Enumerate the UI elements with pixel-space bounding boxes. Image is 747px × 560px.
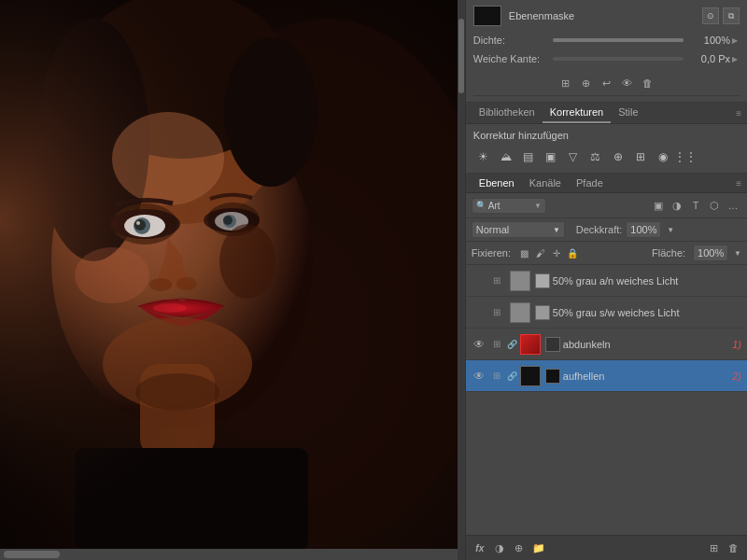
- tab-bibliotheken[interactable]: Bibliotheken: [472, 103, 543, 123]
- delete-layer-button[interactable]: 🗑: [725, 539, 741, 556]
- corr-icon-levels[interactable]: ▤: [518, 147, 539, 167]
- corr-icon-curves[interactable]: ⛰: [496, 147, 516, 167]
- corr-icon-triangle[interactable]: ▽: [563, 147, 584, 167]
- density-arrow[interactable]: ▶: [730, 35, 740, 45]
- layer-item-0[interactable]: ⊞50% grau a/n weiches Licht: [466, 265, 747, 297]
- search-type[interactable]: Art: [488, 201, 534, 211]
- corr-icon-brightness[interactable]: ☀: [473, 147, 494, 167]
- blend-row: Normal ▼ Deckkraft: 100% ▼: [466, 218, 747, 242]
- scroll-thumb[interactable]: [4, 551, 60, 558]
- mask-thumbnail: [473, 6, 501, 26]
- layer-badge-3: 2): [732, 371, 741, 382]
- mask-icons: ⊙ ⧉: [702, 7, 740, 24]
- corr-icon-colorbal[interactable]: ⊕: [608, 147, 628, 167]
- soft-edge-row: Weiche Kante: 0,0 Px ▶: [473, 52, 740, 65]
- vertical-scrollbar[interactable]: [458, 0, 465, 560]
- new-group-button[interactable]: 📁: [530, 539, 547, 556]
- fx-button[interactable]: fx: [472, 539, 488, 556]
- layer-tools: ▣ ◑ T ⬡ …: [650, 197, 741, 214]
- fix-icon-brush[interactable]: 🖌: [534, 246, 547, 259]
- mask-section: Ebenenmaske ⊙ ⧉ Dichte: 100% ▶ Weiche Ka…: [466, 0, 747, 103]
- layer-adj-icon-0: ⊞: [489, 273, 504, 288]
- mask-title: Ebenenmaske: [509, 10, 702, 21]
- mask-tool-2[interactable]: ⊕: [577, 75, 594, 91]
- corr-icon-gradient[interactable]: ⋮⋮: [675, 147, 696, 167]
- mask-tool-5[interactable]: 🗑: [639, 75, 655, 91]
- density-row: Dichte: 100% ▶: [473, 34, 740, 47]
- tab-ebenen[interactable]: Ebenen: [472, 174, 522, 192]
- layer-vis-1[interactable]: [472, 305, 486, 320]
- corr-icon-bw[interactable]: ⊞: [630, 147, 651, 167]
- layer-tool-adjust[interactable]: ◑: [669, 197, 685, 214]
- corrections-icons-row1: ☀ ⛰ ▤ ▣ ▽ ⚖ ⊕ ⊞ ◉ ⋮⋮: [473, 147, 740, 167]
- adjustment-button[interactable]: ⊕: [511, 539, 528, 556]
- layer-vis-3[interactable]: 👁: [472, 369, 486, 384]
- fix-icon-move[interactable]: ✛: [550, 246, 563, 259]
- layer-search-box[interactable]: 🔍 Art ▼: [472, 198, 546, 214]
- blend-mode-arrow: ▼: [553, 226, 560, 234]
- fix-row: Fixieren: ▩ 🖌 ✛ 🔒 Fläche: 100% ▼: [466, 242, 747, 265]
- layer-adj-icon-3: ⊞: [489, 369, 504, 384]
- search-icon: 🔍: [476, 201, 486, 210]
- layer-tool-shape[interactable]: ⬡: [706, 197, 723, 214]
- layer-mask-thumb-3: [545, 369, 560, 384]
- layer-mask-thumb-2: [545, 337, 560, 352]
- layer-item-2[interactable]: 👁⊞🔗abdunkeln1): [466, 329, 747, 360]
- layer-thumb-1: [510, 302, 530, 323]
- layers-tab-menu[interactable]: ≡: [736, 178, 741, 189]
- fix-label: Fixieren:: [472, 247, 511, 259]
- photo-area: [0, 0, 458, 560]
- opacity-value[interactable]: 100%: [626, 221, 661, 238]
- search-dropdown-arrow[interactable]: ▼: [534, 202, 542, 210]
- layer-chain-2: 🔗: [507, 340, 517, 349]
- layer-vis-2[interactable]: 👁: [472, 337, 486, 352]
- layer-name-2: abdunkeln: [563, 339, 727, 350]
- layer-adj-icon-1: ⊞: [489, 305, 504, 320]
- tab-pfade[interactable]: Pfade: [569, 174, 611, 192]
- new-layer-button[interactable]: ⊞: [705, 539, 722, 556]
- layer-item-1[interactable]: ⊞50% grau s/w weiches Licht: [466, 297, 747, 329]
- corr-icon-exposure[interactable]: ▣: [541, 147, 561, 167]
- mask-tool-4[interactable]: 👁: [618, 75, 635, 91]
- blend-mode-value: Normal: [476, 224, 509, 235]
- mask-icon-btn-1[interactable]: ⊙: [702, 7, 719, 24]
- density-slider[interactable]: [553, 34, 684, 47]
- tab-korrekturen[interactable]: Korrekturen: [543, 103, 611, 123]
- density-label: Dichte:: [473, 35, 553, 46]
- mask-tool-3[interactable]: ↩: [598, 75, 614, 91]
- mask-tool-1[interactable]: ⊞: [557, 75, 573, 91]
- tab-kanaele[interactable]: Kanäle: [522, 174, 569, 192]
- fix-icon-checkerboard[interactable]: ▩: [518, 246, 531, 259]
- layer-vis-0[interactable]: [472, 273, 486, 288]
- layers-toolbar: 🔍 Art ▼ ▣ ◑ T ⬡ …: [466, 193, 747, 218]
- soft-edge-arrow[interactable]: ▶: [730, 54, 740, 63]
- layers-list: ⊞50% grau a/n weiches Licht⊞50% grau s/w…: [466, 265, 747, 535]
- layer-mask-thumb-1: [535, 305, 550, 320]
- layer-tool-image[interactable]: ▣: [650, 197, 667, 214]
- layer-item-3[interactable]: 👁⊞🔗aufhellen2): [466, 360, 747, 392]
- layer-badge-2: 1): [732, 339, 741, 350]
- layer-name-3: aufhellen: [563, 371, 727, 382]
- layer-tool-more[interactable]: …: [725, 197, 741, 214]
- panel-tab-menu[interactable]: ≡: [736, 108, 741, 119]
- layer-thumb-3: [520, 366, 541, 386]
- layers-tabs: Ebenen Kanäle Pfade ≡: [466, 174, 747, 193]
- blend-mode-select[interactable]: Normal ▼: [472, 221, 565, 238]
- mask-header: Ebenenmaske ⊙ ⧉: [473, 6, 740, 26]
- v-scroll-thumb[interactable]: [458, 19, 464, 93]
- horizontal-scrollbar[interactable]: [0, 549, 458, 560]
- corr-icon-hsl[interactable]: ⚖: [585, 147, 606, 167]
- opacity-arrow[interactable]: ▼: [667, 226, 674, 234]
- add-mask-button[interactable]: ◑: [491, 539, 508, 556]
- tab-stile[interactable]: Stile: [611, 103, 645, 123]
- flache-arrow[interactable]: ▼: [734, 249, 741, 258]
- fix-icon-lock[interactable]: 🔒: [566, 246, 579, 259]
- mask-icon-btn-2[interactable]: ⧉: [723, 7, 740, 24]
- layer-tool-text[interactable]: T: [687, 197, 704, 214]
- opacity-label: Deckkraft:: [576, 224, 623, 235]
- soft-edge-slider[interactable]: [553, 52, 684, 65]
- mask-toolbar: ⊞ ⊕ ↩ 👁 🗑: [473, 71, 740, 96]
- flache-value[interactable]: 100%: [693, 245, 728, 261]
- layer-name-0: 50% grau a/n weiches Licht: [553, 275, 741, 287]
- corr-icon-photo[interactable]: ◉: [653, 147, 673, 167]
